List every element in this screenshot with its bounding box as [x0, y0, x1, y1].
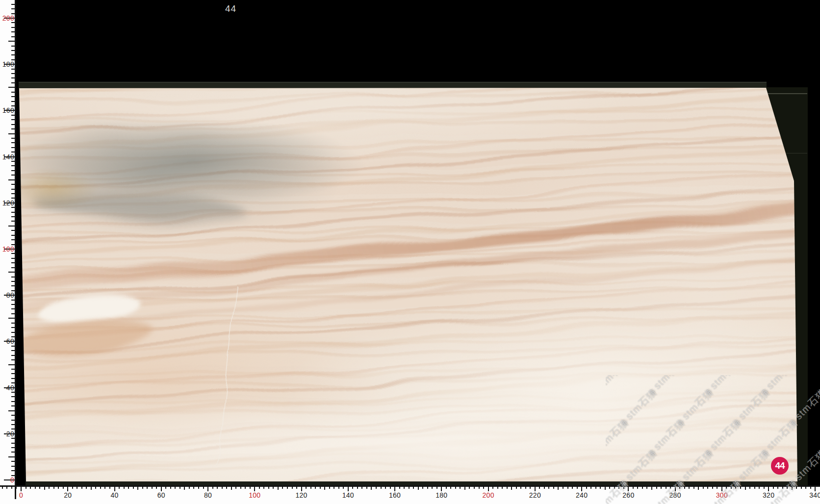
bottom-ruler-tick: [698, 486, 699, 490]
left-ruler-tick: [11, 189, 15, 190]
left-ruler-tick: [11, 165, 15, 166]
left-ruler-tick: [11, 396, 15, 397]
bottom-ruler-tick: [100, 486, 101, 489]
bottom-ruler-tick: [450, 486, 451, 489]
left-ruler-tick: [11, 175, 15, 176]
bottom-ruler-tick: [39, 486, 40, 489]
bottom-ruler-tick: [198, 486, 199, 489]
bottom-ruler-tick: [259, 486, 260, 489]
bottom-ruler-tick: [422, 486, 423, 489]
bottom-ruler-label: 260: [617, 491, 639, 499]
bottom-ruler-tick: [735, 486, 736, 489]
bottom-ruler-tick: [16, 486, 17, 489]
left-ruler-tick: [11, 4, 15, 5]
left-ruler-tick: [11, 36, 15, 37]
left-ruler-tick: [8, 272, 15, 273]
bottom-ruler-tick: [399, 486, 400, 489]
bottom-ruler-tick: [754, 486, 755, 489]
left-ruler-tick: [11, 470, 15, 471]
bottom-ruler-tick: [679, 486, 680, 489]
bottom-ruler-tick: [502, 486, 503, 489]
slab-image[interactable]: [16, 83, 801, 482]
left-ruler-tick: [11, 92, 15, 93]
left-ruler-tick: [8, 226, 15, 227]
bottom-ruler-label: 20: [57, 491, 78, 499]
bottom-ruler-tick: [310, 486, 311, 489]
bottom-ruler-tick: [497, 486, 498, 489]
bottom-ruler-tick: [703, 486, 704, 489]
bottom-ruler-tick: [693, 486, 694, 489]
bottom-ruler-tick: [418, 486, 419, 490]
left-ruler-tick: [8, 364, 15, 365]
left-ruler-tick: [11, 142, 15, 143]
left-ruler-tick: [11, 281, 15, 282]
bottom-ruler-tick: [479, 486, 480, 489]
bottom-ruler-label: 180: [431, 491, 452, 499]
left-ruler-tick: [11, 369, 15, 370]
bottom-ruler-tick: [287, 486, 288, 489]
bottom-ruler-tick: [516, 486, 517, 489]
bottom-ruler-tick: [53, 486, 54, 489]
left-ruler-tick: [11, 101, 15, 102]
bottom-ruler-tick: [329, 486, 330, 489]
bottom-ruler-tick: [315, 486, 316, 489]
left-ruler-label: 200: [1, 14, 14, 23]
bottom-ruler-tick: [193, 486, 194, 489]
bottom-ruler-tick: [759, 486, 760, 489]
bottom-ruler-tick: [240, 486, 241, 489]
bottom-ruler-tick: [642, 486, 643, 489]
bottom-ruler-tick: [469, 486, 470, 489]
bottom-ruler-tick: [63, 486, 64, 489]
left-ruler-label: 160: [1, 106, 14, 115]
bottom-ruler-label: 340: [804, 491, 820, 499]
bottom-ruler-tick: [235, 486, 236, 489]
left-ruler-tick: [11, 313, 15, 314]
bottom-ruler-tick: [796, 486, 797, 489]
left-ruler-tick: [11, 267, 15, 268]
bottom-ruler-label: 240: [571, 491, 592, 499]
bottom-ruler-label: 320: [758, 491, 779, 499]
bottom-ruler-tick: [6, 486, 7, 489]
left-ruler-tick: [11, 147, 15, 148]
bottom-ruler-tick: [544, 486, 545, 489]
left-ruler-tick: [11, 82, 15, 83]
bottom-ruler-tick: [567, 486, 568, 489]
bottom-ruler-tick: [577, 486, 578, 489]
bottom-ruler-tick: [409, 486, 410, 489]
bottom-ruler-tick: [749, 486, 750, 489]
watermark-text: ◉stm石猫: [814, 375, 820, 398]
slab-number-badge: 44: [771, 457, 789, 475]
bottom-ruler-tick: [371, 486, 372, 490]
left-ruler-tick: [11, 443, 15, 444]
bottom-ruler-tick: [26, 486, 26, 489]
left-ruler-tick: [11, 308, 15, 309]
left-ruler-tick: [11, 327, 15, 328]
bottom-ruler-label: 60: [151, 491, 172, 499]
bottom-ruler-tick: [44, 486, 45, 490]
left-ruler-tick: [11, 27, 15, 28]
bottom-ruler-tick: [124, 486, 125, 489]
left-ruler-tick: [11, 235, 15, 236]
left-ruler-tick: [11, 262, 15, 263]
bottom-ruler-tick: [175, 486, 176, 489]
bottom-ruler-label: 80: [197, 491, 219, 499]
bottom-ruler-tick: [170, 486, 171, 489]
bottom-ruler-tick: [590, 486, 591, 489]
left-ruler-tick: [11, 73, 15, 74]
bottom-ruler-tick: [548, 486, 549, 489]
bottom-ruler-tick: [656, 486, 657, 489]
left-ruler-tick: [11, 124, 15, 125]
bottom-ruler-tick: [637, 486, 638, 489]
bottom-ruler-tick: [792, 486, 793, 490]
bottom-ruler-label: 100: [244, 491, 265, 499]
slab-number-label: 44: [225, 3, 236, 14]
left-ruler-tick: [11, 355, 15, 356]
bottom-ruler-label: 200: [478, 491, 499, 499]
bottom-ruler-tick: [689, 486, 690, 489]
bottom-ruler-tick: [810, 486, 811, 489]
left-ruler-tick: [11, 193, 15, 194]
bottom-ruler-tick: [306, 486, 307, 489]
left-ruler-tick: [11, 415, 15, 416]
left-ruler-tick: [11, 359, 15, 360]
bottom-ruler-tick: [684, 486, 685, 489]
